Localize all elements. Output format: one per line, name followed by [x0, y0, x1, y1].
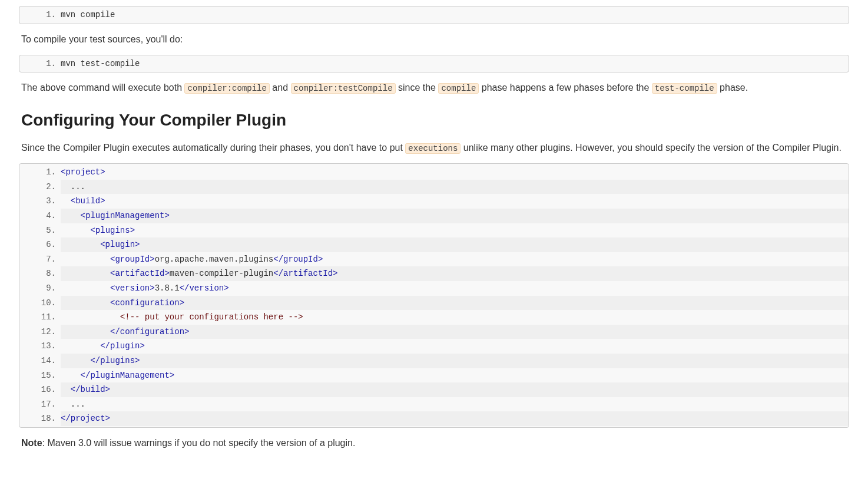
xml-tag: </pluginManagement> — [81, 371, 175, 380]
xml-tag: </project> — [61, 414, 110, 423]
code-block-mvn-compile: mvn compile — [19, 6, 849, 24]
inline-code-compiler-testcompile: compiler:testCompile — [291, 83, 396, 94]
paragraph-compile-test: To compile your test sources, you'll do: — [21, 32, 847, 47]
inline-code-compile-phase: compile — [438, 83, 479, 94]
xml-tag: <configuration> — [110, 298, 184, 308]
code-line: mvn test-compile — [61, 59, 140, 68]
xml-tag: </version> — [180, 283, 229, 293]
xml-tag: </artifactId> — [273, 269, 337, 278]
xml-text: maven-compiler-plugin — [170, 269, 273, 278]
inline-code-compiler-compile: compiler:compile — [184, 83, 269, 94]
xml-text: org.apache.maven.plugins — [155, 255, 274, 264]
xml-text: ... — [61, 182, 85, 192]
note-label: Note — [21, 438, 42, 448]
xml-tag: <project> — [61, 167, 105, 177]
code-line: mvn compile — [61, 10, 115, 19]
xml-tag: </configuration> — [110, 327, 189, 336]
xml-tag: </build> — [71, 385, 110, 394]
code-block-pom-xml: <project> ... <build> <pluginManagement>… — [19, 163, 849, 428]
xml-tag: </plugin> — [100, 341, 145, 351]
xml-tag: <artifactId> — [110, 269, 170, 278]
heading-configuring-compiler-plugin: Configuring Your Compiler Plugin — [21, 108, 847, 133]
xml-tag: <groupId> — [110, 255, 155, 264]
paragraph-above-command: The above command will execute both comp… — [21, 81, 847, 95]
xml-comment: <!-- put your configurations here --> — [120, 312, 303, 322]
inline-code-test-compile-phase: test-compile — [652, 83, 717, 94]
xml-tag: <version> — [110, 283, 155, 293]
xml-tag: <plugins> — [90, 226, 135, 235]
xml-tag: </plugins> — [90, 356, 140, 365]
xml-tag: <build> — [71, 196, 105, 206]
note-text: : Maven 3.0 will issue warnings if you d… — [42, 438, 356, 448]
code-block-mvn-test-compile: mvn test-compile — [19, 55, 849, 73]
xml-text: ... — [61, 400, 85, 409]
paragraph-note: Note: Maven 3.0 will issue warnings if y… — [21, 436, 847, 450]
xml-tag: <plugin> — [100, 240, 140, 249]
xml-text: 3.8.1 — [155, 283, 180, 293]
xml-tag: </groupId> — [273, 255, 323, 264]
xml-tag: <pluginManagement> — [81, 211, 170, 220]
inline-code-executions: executions — [405, 143, 460, 154]
paragraph-since-compiler: Since the Compiler Plugin executes autom… — [21, 141, 847, 155]
